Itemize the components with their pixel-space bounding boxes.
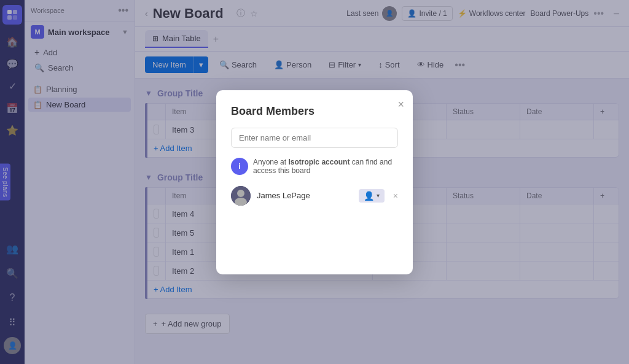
info-prefix: Anyone at <box>253 158 288 166</box>
modal-close-button[interactable]: × <box>397 99 404 110</box>
member-role-dropdown[interactable]: 👤 ▾ <box>359 189 385 203</box>
modal-info-text: Anyone at Isotropic account can find and… <box>253 158 398 175</box>
info-bold: Isotropic account <box>288 158 350 166</box>
modal-title: Board Members <box>231 105 398 118</box>
role-chevron-icon: ▾ <box>377 192 380 199</box>
member-row: James LePage 👤 ▾ × <box>231 182 398 209</box>
isotropic-icon: i <box>231 158 248 175</box>
board-members-modal: Board Members × i Anyone at Isotropic ac… <box>216 90 413 274</box>
member-email-input[interactable] <box>231 128 398 148</box>
member-remove-button[interactable]: × <box>393 191 398 201</box>
modal-overlay[interactable]: Board Members × i Anyone at Isotropic ac… <box>0 0 629 364</box>
svg-point-5 <box>237 190 244 197</box>
modal-info-row: i Anyone at Isotropic account can find a… <box>231 158 398 175</box>
role-icon: 👤 <box>364 191 374 201</box>
member-avatar <box>231 186 251 206</box>
member-name: James LePage <box>257 191 353 200</box>
